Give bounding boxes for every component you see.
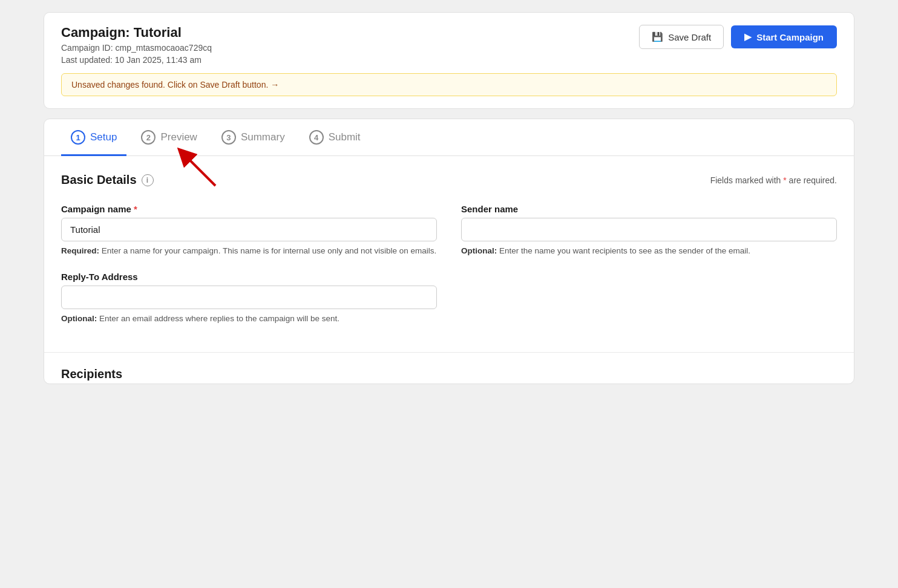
content-card: 1 Setup 2 Preview 3 Summary 4 Submit — [44, 119, 854, 384]
save-draft-label: Save Draft — [668, 32, 711, 42]
main-container: Campaign: Tutorial Campaign ID: cmp_mtas… — [44, 12, 854, 576]
tab-preview-circle: 2 — [141, 130, 156, 145]
required-note: Fields marked with * are required. — [710, 175, 837, 185]
save-draft-button[interactable]: 💾 Save Draft — [639, 25, 724, 49]
tab-summary-label: Summary — [241, 131, 285, 143]
tab-submit-label: Submit — [329, 131, 361, 143]
campaign-id-line: Campaign ID: cmp_mtasmocaoac729cq — [61, 43, 212, 53]
start-campaign-button[interactable]: ▶ Start Campaign — [731, 25, 837, 48]
campaign-name-label: Campaign name * — [61, 204, 437, 214]
last-updated-line: Last updated: 10 Jan 2025, 11:43 am — [61, 55, 212, 65]
last-updated-label: Last updated: — [61, 55, 113, 65]
campaign-name-hint: Required: Enter a name for your campaign… — [61, 245, 437, 257]
reply-to-input[interactable] — [61, 286, 437, 309]
tab-summary-circle: 3 — [221, 130, 236, 145]
section-title-text: Basic Details — [61, 173, 137, 187]
section-header: Basic Details i Fields marked with * are… — [61, 173, 837, 187]
reply-to-hint-strong: Optional: — [61, 314, 97, 323]
sender-name-group: Sender name Optional: Enter the name you… — [461, 204, 837, 257]
tab-submit[interactable]: 4 Submit — [300, 119, 370, 156]
campaign-name-required-star: * — [134, 204, 137, 214]
info-icon[interactable]: i — [142, 174, 154, 186]
reply-to-hint: Optional: Enter an email address where r… — [61, 313, 437, 325]
sender-name-hint: Optional: Enter the name you want recipi… — [461, 245, 837, 257]
required-star: * — [783, 175, 788, 185]
tab-setup[interactable]: 1 Setup — [61, 119, 126, 156]
campaign-name-group: Campaign name * Required: Enter a name f… — [61, 204, 437, 257]
start-campaign-icon: ▶ — [744, 31, 752, 42]
campaign-id-value: cmp_mtasmocaoac729cq — [115, 43, 212, 53]
header-card: Campaign: Tutorial Campaign ID: cmp_mtas… — [44, 12, 854, 109]
tab-summary[interactable]: 3 Summary — [212, 119, 295, 156]
tabs-row: 1 Setup 2 Preview 3 Summary 4 Submit — [44, 119, 854, 156]
header-actions: 💾 Save Draft ▶ Start Campaign — [639, 25, 837, 49]
last-updated-value: 10 Jan 2025, 11:43 am — [115, 55, 202, 65]
campaign-name-hint-strong: Required: — [61, 246, 99, 255]
header-info: Campaign: Tutorial Campaign ID: cmp_mtas… — [61, 25, 212, 65]
tab-setup-label: Setup — [90, 131, 117, 143]
form-area: Basic Details i Fields marked with * are… — [44, 156, 854, 352]
sender-name-hint-text: Enter the name you want recipients to se… — [499, 246, 750, 255]
tab-preview-label: Preview — [160, 131, 197, 143]
sender-name-hint-strong: Optional: — [461, 246, 497, 255]
reply-to-label: Reply-To Address — [61, 272, 437, 282]
reply-to-hint-text: Enter an email address where replies to … — [99, 314, 339, 323]
campaign-id-label: Campaign ID: — [61, 43, 113, 53]
sender-name-input[interactable] — [461, 218, 837, 241]
campaign-name-input[interactable] — [61, 218, 437, 241]
section-title: Basic Details i — [61, 173, 154, 187]
campaign-title: Campaign: Tutorial — [61, 25, 212, 41]
sender-name-label: Sender name — [461, 204, 837, 214]
save-draft-icon: 💾 — [652, 31, 663, 42]
recipients-section: Recipients — [44, 352, 854, 384]
unsaved-notice: Unsaved changes found. Click on Save Dra… — [61, 73, 837, 96]
start-campaign-label: Start Campaign — [756, 32, 824, 42]
tab-preview[interactable]: 2 Preview — [131, 119, 206, 156]
reply-to-group: Reply-To Address Optional: Enter an emai… — [61, 272, 437, 325]
unsaved-notice-text: Unsaved changes found. Click on Save Dra… — [71, 80, 279, 90]
form-grid: Campaign name * Required: Enter a name f… — [61, 204, 837, 340]
tab-setup-circle: 1 — [71, 130, 85, 145]
campaign-name-hint-text: Enter a name for your campaign. This nam… — [102, 246, 437, 255]
tab-submit-circle: 4 — [309, 130, 324, 145]
header-top: Campaign: Tutorial Campaign ID: cmp_mtas… — [61, 25, 837, 65]
recipients-title: Recipients — [61, 353, 837, 381]
